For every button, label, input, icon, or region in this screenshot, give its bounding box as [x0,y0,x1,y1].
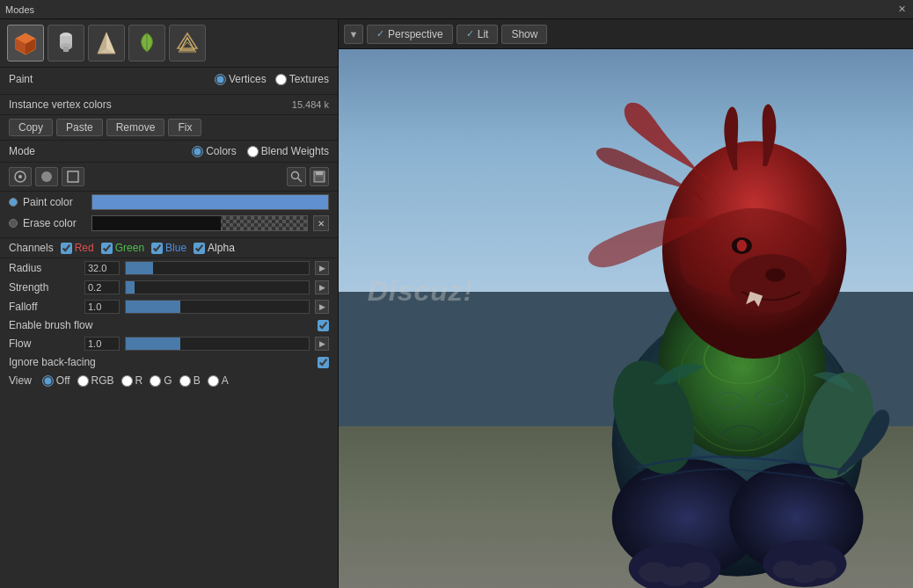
lit-checkmark: ✓ [466,28,474,40]
flow-value-input[interactable] [84,337,120,351]
green-channel-checkbox[interactable] [101,243,113,254]
radius-row: Radius ▶ [0,258,338,278]
view-rgb-radio[interactable] [77,375,89,387]
foliage-mode-icon[interactable] [128,25,165,62]
view-b-radio[interactable] [179,375,191,387]
radius-slider-arrow[interactable]: ▶ [315,261,329,275]
colors-radio-label[interactable]: Colors [192,145,237,157]
blue-channel-checkbox[interactable] [151,243,163,254]
red-channel-label[interactable]: Red [61,242,94,254]
svg-point-16 [41,171,52,182]
colors-radio[interactable] [192,146,203,157]
paste-button[interactable]: Paste [56,119,103,136]
view-r-label[interactable]: R [121,374,143,387]
view-g-radio[interactable] [150,375,161,387]
remove-button[interactable]: Remove [106,119,165,136]
strength-slider-arrow[interactable]: ▶ [315,280,329,294]
paint-mode-icon[interactable] [47,25,84,62]
show-label: Show [511,28,537,40]
paint-color-bar[interactable] [91,194,329,210]
paint-mode-group: Vertices Textures [215,73,329,85]
blue-channel-label[interactable]: Blue [151,242,186,254]
view-g-label[interactable]: G [150,374,172,387]
mode-radio-group: Colors Blend Weights [192,145,329,157]
svg-rect-7 [63,47,69,52]
enable-brush-flow-checkbox[interactable] [318,320,329,331]
view-b-label[interactable]: B [179,374,201,387]
vertices-radio[interactable] [215,74,226,85]
falloff-slider[interactable] [125,300,310,314]
save-icon-btn[interactable] [310,167,329,186]
radius-label: Radius [9,262,79,274]
paint-section: Paint Vertices Textures [0,68,338,95]
alpha-channel-label[interactable]: Alpha [194,242,235,254]
color-tools-row [0,163,338,192]
erase-color-dot [9,219,18,228]
radius-slider[interactable] [125,261,310,275]
flow-slider[interactable] [125,337,310,351]
lit-label: Lit [478,28,489,40]
channels-row: Channels Red Green Blue Alpha [0,237,338,258]
blend-weights-radio-label[interactable]: Blend Weights [247,145,329,157]
svg-point-43 [729,254,813,313]
falloff-value-input[interactable] [84,300,120,314]
view-rgb-label[interactable]: RGB [77,374,114,387]
flow-slider-arrow[interactable]: ▶ [315,337,329,351]
fix-button[interactable]: Fix [168,119,201,136]
mesh-mode-icon[interactable] [169,25,206,62]
svg-point-18 [292,172,299,179]
red-channel-checkbox[interactable] [61,243,72,254]
strength-slider[interactable] [125,280,310,294]
fill-tool-btn[interactable] [35,167,58,186]
title-bar: Modes ✕ [0,0,913,19]
buttons-row: Copy Paste Remove Fix [0,115,338,141]
falloff-slider-arrow[interactable]: ▶ [315,300,329,314]
ignore-back-facing-checkbox[interactable] [318,357,329,368]
viewport-canvas[interactable]: Discuz! [339,49,913,588]
svg-point-35 [809,561,836,579]
search-icon-btn[interactable] [287,167,306,186]
flow-slider-fill [126,338,180,350]
show-btn[interactable]: Show [501,25,547,44]
erase-color-reset-btn[interactable]: ✕ [313,215,329,231]
copy-button[interactable]: Copy [9,119,53,136]
view-a-label[interactable]: A [208,374,229,387]
blend-weights-radio[interactable] [247,146,259,157]
view-off-label[interactable]: Off [42,374,70,387]
ignore-back-facing-label: Ignore back-facing [9,356,318,368]
close-button[interactable]: ✕ [895,4,908,16]
view-r-radio[interactable] [121,375,133,387]
perspective-btn[interactable]: ✓ Perspective [367,25,453,44]
sculpt-mode-icon[interactable] [88,25,125,62]
vertices-radio-label[interactable]: Vertices [215,73,267,85]
viewport-toolbar: ▼ ✓ Perspective ✓ Lit Show [339,19,913,49]
green-channel-label[interactable]: Green [101,242,144,254]
svg-point-32 [681,562,711,582]
radius-value-input[interactable] [84,261,120,275]
alpha-channel-checkbox[interactable] [194,243,205,254]
falloff-label: Falloff [9,301,79,313]
view-a-radio[interactable] [208,375,219,387]
mode-label: Mode [9,145,35,157]
place-mode-icon[interactable] [7,25,44,62]
textures-radio-label[interactable]: Textures [275,73,329,85]
instance-value: 15.484 k [292,99,329,110]
line-tool-btn[interactable] [62,167,84,186]
svg-point-46 [737,240,747,251]
circle-tool-btn[interactable] [9,167,32,186]
instance-label: Instance vertex colors [9,98,112,111]
view-radio-group: Off RGB R G B A [42,374,229,387]
svg-marker-11 [178,33,197,48]
foo-dog-statue [520,78,913,588]
ignore-back-facing-row: Ignore back-facing [0,353,338,371]
view-row: View Off RGB R G B A [0,371,338,390]
erase-color-bar[interactable] [91,215,308,231]
view-off-radio[interactable] [42,375,54,387]
lit-btn[interactable]: ✓ Lit [456,25,499,44]
textures-radio[interactable] [275,74,287,85]
strength-value-input[interactable] [84,280,120,294]
svg-point-44 [765,268,785,281]
radius-slider-fill [126,262,153,274]
erase-color-row: Erase color ✕ [0,213,338,234]
viewport-dropdown-btn[interactable]: ▼ [344,25,363,44]
